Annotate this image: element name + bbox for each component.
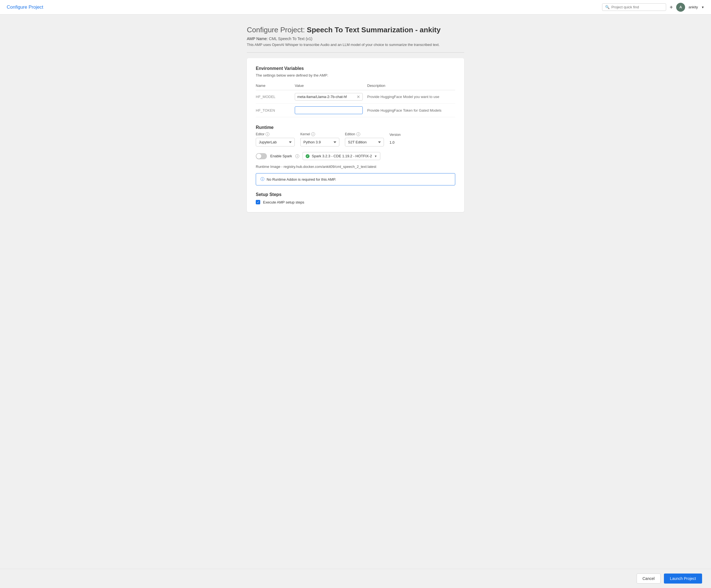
runtime-title: Runtime xyxy=(256,125,455,130)
main-content: Configure Project: Speech To Text Summar… xyxy=(0,15,711,569)
env-desc-hf-model: Provide HuggingFace Model you want to us… xyxy=(367,90,455,104)
table-row: HF_TOKEN Provide HuggingFace Token for G… xyxy=(256,104,455,117)
edition-field: Edition i S2T Edition xyxy=(345,132,384,146)
user-name: ankity xyxy=(688,5,698,9)
col-value-header: Value xyxy=(295,82,367,90)
cancel-button[interactable]: Cancel xyxy=(637,573,661,584)
spark-info-icon[interactable]: i xyxy=(295,154,299,158)
env-vars-title: Environment Variables xyxy=(256,66,455,71)
spark-row: Enable Spark i ✓ Spark 3.2.3 - CDE 1.19.… xyxy=(256,152,455,160)
main-card: Environment Variables The settings below… xyxy=(247,58,464,212)
enable-spark-toggle[interactable] xyxy=(256,153,267,159)
version-value: 1.0 xyxy=(389,138,401,146)
launch-project-button[interactable]: Launch Project xyxy=(664,573,702,584)
edition-info-icon[interactable]: i xyxy=(356,132,360,136)
divider xyxy=(247,52,464,53)
runtime-grid: Editor i JupyterLab Kernel i xyxy=(256,132,455,146)
hf-token-input[interactable] xyxy=(297,108,360,112)
search-box[interactable]: 🔍 xyxy=(602,3,666,11)
avatar: A xyxy=(676,3,685,12)
search-input[interactable] xyxy=(611,5,663,9)
info-banner-text: No Runtime Addon is required for this AM… xyxy=(267,177,336,182)
version-label: Version xyxy=(389,133,401,137)
editor-field: Editor i JupyterLab xyxy=(256,132,295,146)
header-right: 🔍 + A ankity ▼ xyxy=(602,3,704,12)
setup-steps-section: Setup Steps ✓ Execute AMP setup steps xyxy=(256,192,455,204)
clear-icon[interactable]: ✕ xyxy=(357,95,360,99)
footer: Cancel Launch Project xyxy=(0,569,711,588)
search-icon: 🔍 xyxy=(605,5,609,9)
info-banner-icon: ⓘ xyxy=(260,177,264,182)
hf-token-input-wrap[interactable] xyxy=(295,106,363,114)
chevron-down-icon[interactable]: ▼ xyxy=(701,5,704,9)
content-wrapper: Configure Project: Speech To Text Summar… xyxy=(247,26,464,541)
hf-model-input[interactable] xyxy=(297,95,355,99)
kernel-label: Kernel i xyxy=(300,132,339,136)
setup-steps-title: Setup Steps xyxy=(256,192,455,197)
editor-select[interactable]: JupyterLab xyxy=(256,138,295,146)
env-vars-section: Environment Variables The settings below… xyxy=(256,66,455,117)
spark-option-text: Spark 3.2.3 - CDE 1.19.2 - HOTFIX-2 xyxy=(312,154,372,158)
env-vars-table: Name Value Description HF_MODEL xyxy=(256,82,455,117)
env-value-hf-model: ✕ xyxy=(295,90,367,104)
col-desc-header: Description xyxy=(367,82,455,90)
hf-model-input-wrap[interactable]: ✕ xyxy=(295,93,363,100)
header: Configure Project 🔍 + A ankity ▼ xyxy=(0,0,711,15)
header-title[interactable]: Configure Project xyxy=(7,4,43,10)
toggle-knob xyxy=(256,154,261,159)
checkbox-label: Execute AMP setup steps xyxy=(263,200,304,204)
col-name-header: Name xyxy=(256,82,295,90)
version-field: Version 1.0 xyxy=(389,133,401,146)
kernel-field: Kernel i Python 3.9 xyxy=(300,132,339,146)
editor-label: Editor i xyxy=(256,132,295,136)
page-title: Configure Project: Speech To Text Summar… xyxy=(247,26,464,34)
runtime-section: Runtime Editor i JupyterLab xyxy=(256,125,455,185)
spark-green-dot: ✓ xyxy=(306,154,309,158)
table-row: HF_MODEL ✕ Provide HuggingFace Model you… xyxy=(256,90,455,104)
env-value-hf-token xyxy=(295,104,367,117)
amp-name-row: AMP Name: CML Speech To Text (v1) xyxy=(247,37,464,41)
kernel-info-icon[interactable]: i xyxy=(311,132,315,136)
edition-label: Edition i xyxy=(345,132,384,136)
spark-chevron-icon: ▼ xyxy=(374,155,377,158)
edition-select[interactable]: S2T Edition xyxy=(345,138,384,146)
amp-description: This AMP uses OpenAI Whisper to transcri… xyxy=(247,43,464,47)
info-banner: ⓘ No Runtime Addon is required for this … xyxy=(256,173,455,185)
add-project-button[interactable]: + xyxy=(669,4,673,10)
env-name-hf-token: HF_TOKEN xyxy=(256,104,295,117)
env-desc-hf-token: Provide HuggingFace Token for Gated Mode… xyxy=(367,104,455,117)
spark-label: Enable Spark xyxy=(270,154,292,158)
editor-info-icon[interactable]: i xyxy=(265,132,270,136)
kernel-select[interactable]: Python 3.9 xyxy=(300,138,339,146)
env-vars-subtitle: The settings below were defined by the A… xyxy=(256,73,455,77)
checkbox-row: ✓ Execute AMP setup steps xyxy=(256,200,455,204)
execute-steps-checkbox[interactable]: ✓ xyxy=(256,200,260,204)
env-name-hf-model: HF_MODEL xyxy=(256,90,295,104)
spark-select[interactable]: ✓ Spark 3.2.3 - CDE 1.19.2 - HOTFIX-2 ▼ xyxy=(303,152,380,160)
page-heading: Configure Project: Speech To Text Summar… xyxy=(247,26,464,34)
runtime-image: Runtime Image - registry.hub.docker.com/… xyxy=(256,164,455,169)
